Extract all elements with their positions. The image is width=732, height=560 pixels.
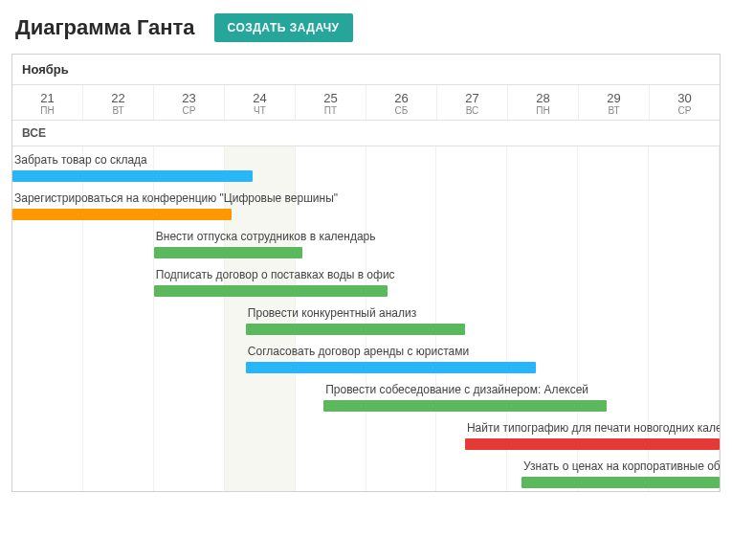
day-header-cell[interactable]: 25ПТ [296,85,366,120]
task-label: Подписать договор о поставках воды в офи… [154,265,388,285]
day-number: 29 [579,91,649,105]
task-label: Согласовать договор аренды с юристами [246,342,536,362]
gantt-container: Ноябрь 21ПН22ВТ23СР24ЧТ25ПТ26СБ27ВС28ПН2… [11,54,721,492]
day-number: 25 [296,91,366,105]
day-abbr: СР [650,105,720,116]
task-bar[interactable] [465,438,720,450]
day-header-cell[interactable]: 24ЧТ [225,85,296,120]
task-label: Внести отпуска сотрудников в календарь [154,227,302,247]
day-number: 22 [83,91,153,105]
gantt-task[interactable]: Найти типографию для печати новогодних к… [465,418,720,453]
all-filter[interactable]: ВСЕ [12,121,720,146]
day-header-cell[interactable]: 29ВТ [579,85,650,120]
gantt-chart-area: Забрать товар со складаЗарегистрироватьс… [12,146,720,491]
month-label: Ноябрь [12,55,720,85]
task-label: Найти типографию для печати новогодних к… [465,418,720,438]
task-bar[interactable] [154,247,302,258]
create-task-button[interactable]: СОЗДАТЬ ЗАДАЧУ [214,13,353,42]
task-bar[interactable] [323,400,607,412]
task-bar[interactable] [12,170,253,182]
gantt-task[interactable]: Подписать договор о поставках воды в офи… [154,265,388,300]
day-number: 21 [12,91,82,105]
task-label: Зарегистрироваться на конференцию "Цифро… [12,189,232,209]
day-abbr: ПН [12,105,82,116]
gantt-task[interactable]: Внести отпуска сотрудников в календарь [154,227,302,261]
day-number: 27 [437,91,507,105]
day-number: 24 [225,91,295,105]
day-header-cell[interactable]: 27ВС [437,85,508,120]
task-label: Провести конкурентный анализ [246,303,465,324]
gantt-task[interactable]: Провести конкурентный анализ [246,303,465,338]
task-label: Узнать о ценах на корпоративные обеды [521,457,720,477]
day-number: 28 [508,91,578,105]
day-number: 30 [650,91,720,105]
day-header-cell[interactable]: 23СР [154,85,225,120]
day-header-cell[interactable]: 26СБ [366,85,437,120]
gantt-task[interactable]: Узнать о ценах на корпоративные обеды [521,457,720,491]
day-abbr: ВТ [83,105,153,116]
day-abbr: СР [154,105,224,116]
day-header-cell[interactable]: 28ПН [508,85,579,120]
day-abbr: ВТ [579,105,649,116]
day-abbr: ЧТ [225,105,295,116]
day-abbr: ПТ [296,105,366,116]
gantt-task[interactable]: Забрать товар со склада [12,150,253,185]
day-header-cell[interactable]: 22ВТ [83,85,154,120]
task-bar[interactable] [12,209,232,220]
page-header: Диаграмма Ганта СОЗДАТЬ ЗАДАЧУ [0,0,732,54]
day-abbr: ВС [437,105,507,116]
day-abbr: ПН [508,105,578,116]
task-bar[interactable] [246,362,536,373]
task-bar[interactable] [246,324,465,335]
day-number: 26 [366,91,436,105]
page-title: Диаграмма Ганта [15,15,195,40]
day-header-cell[interactable]: 30СР [650,85,720,120]
gantt-task[interactable]: Согласовать договор аренды с юристами [246,342,536,376]
gantt-task[interactable]: Провести собеседование с дизайнером: Але… [323,380,607,414]
day-header-cell[interactable]: 21ПН [12,85,83,120]
days-header: 21ПН22ВТ23СР24ЧТ25ПТ26СБ27ВС28ПН29ВТ30СР [12,85,720,121]
day-number: 23 [154,91,224,105]
day-abbr: СБ [366,105,436,116]
task-label: Забрать товар со склада [12,150,253,170]
task-bar[interactable] [521,477,720,488]
task-bar[interactable] [154,285,388,297]
task-label: Провести собеседование с дизайнером: Але… [323,380,607,400]
gantt-task[interactable]: Зарегистрироваться на конференцию "Цифро… [12,189,232,223]
